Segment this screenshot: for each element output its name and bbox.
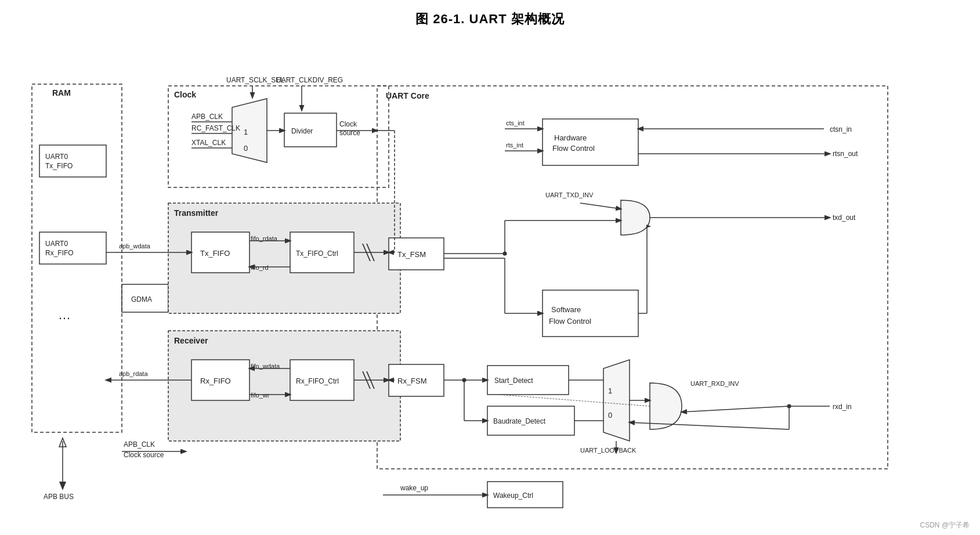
svg-text:UART_TXD_INV: UART_TXD_INV	[545, 191, 594, 198]
svg-text:Tx_FIFO: Tx_FIFO	[45, 162, 73, 170]
svg-line-120	[682, 406, 789, 412]
svg-text:apb_rdata: apb_rdata	[119, 370, 148, 377]
svg-text:Clock: Clock	[339, 120, 357, 128]
svg-text:1: 1	[608, 386, 612, 395]
svg-text:cts_int: cts_int	[506, 120, 525, 126]
svg-text:Rx_FSM: Rx_FSM	[397, 377, 427, 385]
svg-text:ctsn_in: ctsn_in	[830, 125, 852, 133]
svg-text:Divider: Divider	[291, 127, 313, 135]
svg-point-133	[503, 252, 507, 256]
svg-text:APB_CLK: APB_CLK	[124, 440, 155, 449]
svg-marker-112	[603, 360, 630, 441]
svg-text:Flow Control: Flow Control	[549, 317, 591, 326]
svg-text:0: 0	[244, 144, 248, 153]
svg-rect-1	[39, 145, 106, 177]
svg-text:Tx_FIFO: Tx_FIFO	[200, 249, 230, 258]
svg-text:Start_Detect: Start_Detect	[494, 377, 533, 385]
svg-text:UART Core: UART Core	[386, 91, 429, 100]
svg-text:UART0: UART0	[45, 153, 68, 161]
svg-text:rts_int: rts_int	[506, 142, 523, 149]
svg-text:Clock: Clock	[174, 90, 196, 99]
svg-line-88	[580, 203, 621, 209]
svg-text:UART0: UART0	[45, 240, 68, 248]
svg-text:fifo_rd: fifo_rd	[251, 264, 269, 271]
svg-text:Rx_FIFO_Ctrl: Rx_FIFO_Ctrl	[296, 377, 339, 385]
page-title: 图 26-1. UART 架构概况	[0, 0, 980, 34]
svg-text:APB_CLK: APB_CLK	[191, 113, 223, 121]
svg-text:APB BUS: APB BUS	[44, 493, 74, 501]
svg-text:Clock source: Clock source	[124, 451, 164, 459]
svg-point-134	[462, 378, 467, 382]
svg-text:apb_wdata: apb_wdata	[119, 243, 151, 250]
svg-text:Rx_FIFO: Rx_FIFO	[45, 249, 74, 257]
svg-text:source: source	[339, 129, 360, 137]
svg-text:Software: Software	[551, 305, 581, 314]
svg-marker-11	[59, 482, 66, 490]
svg-text:wake_up: wake_up	[400, 484, 428, 492]
svg-rect-4	[39, 232, 106, 264]
svg-text:…: …	[58, 308, 71, 322]
svg-text:Wakeup_Ctrl: Wakeup_Ctrl	[493, 491, 533, 500]
svg-text:GDMA: GDMA	[131, 295, 152, 303]
svg-text:Transmitter: Transmitter	[174, 208, 219, 218]
svg-text:Hardware: Hardware	[554, 133, 587, 142]
svg-text:UART_CLKDIV_REG: UART_CLKDIV_REG	[276, 76, 343, 84]
svg-text:fifo_wr: fifo_wr	[251, 392, 270, 399]
svg-text:UART_RXD_INV: UART_RXD_INV	[690, 380, 739, 387]
svg-text:Tx_FSM: Tx_FSM	[397, 250, 426, 259]
svg-text:XTAL_CLK: XTAL_CLK	[191, 139, 226, 147]
svg-text:Baudrate_Detect: Baudrate_Detect	[493, 417, 546, 425]
svg-text:0: 0	[608, 411, 612, 420]
svg-text:Tx_FIFO_Ctrl: Tx_FIFO_Ctrl	[296, 250, 338, 258]
svg-text:Receiver: Receiver	[174, 336, 208, 345]
svg-text:UART_LOOPBACK: UART_LOOPBACK	[580, 447, 637, 454]
ram-label: RAM	[52, 88, 71, 97]
svg-text:rxd_in: rxd_in	[833, 403, 852, 411]
svg-text:RC_FAST_CLK: RC_FAST_CLK	[191, 124, 240, 132]
svg-text:rtsn_out: rtsn_out	[833, 150, 858, 158]
svg-text:txd_out: txd_out	[833, 214, 856, 222]
svg-text:Flow Control: Flow Control	[552, 144, 595, 153]
svg-point-135	[787, 404, 791, 409]
svg-text:1: 1	[244, 128, 248, 136]
svg-text:Rx_FIFO: Rx_FIFO	[200, 377, 231, 385]
svg-rect-76	[543, 119, 638, 165]
watermark: CSDN @宁子希	[920, 520, 970, 530]
